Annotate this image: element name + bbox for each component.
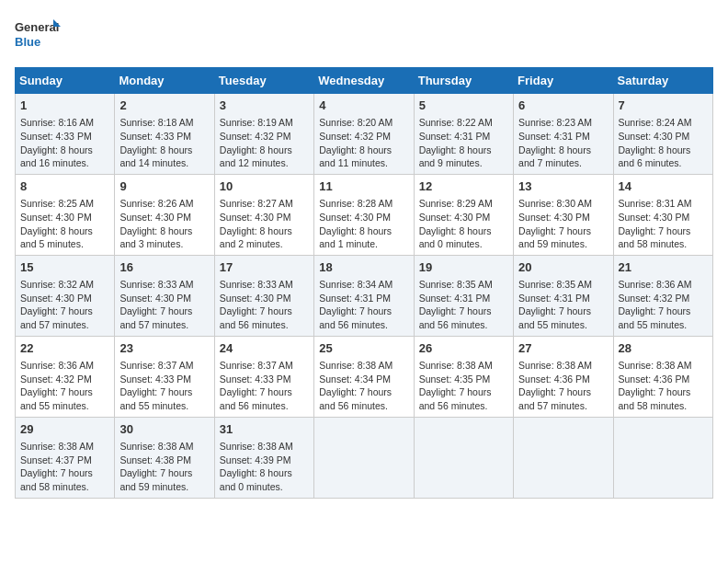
day-number: 16 [119,259,209,276]
calendar-cell: 9Sunrise: 8:26 AMSunset: 4:30 PMDaylight… [115,174,214,255]
svg-text:Blue: Blue [15,35,40,49]
header-row: SundayMondayTuesdayWednesdayThursdayFrid… [16,68,713,94]
sunset-info: Sunset: 4:31 PM [419,131,491,142]
calendar-cell: 27Sunrise: 8:38 AMSunset: 4:36 PMDayligh… [514,336,613,417]
calendar-cell: 3Sunrise: 8:19 AMSunset: 4:32 PMDaylight… [214,94,313,175]
sunrise-info: Sunrise: 8:25 AM [20,198,94,209]
calendar-cell: 17Sunrise: 8:33 AMSunset: 4:30 PMDayligh… [214,255,313,336]
sunset-info: Sunset: 4:36 PM [619,373,690,385]
day-number: 8 [20,178,109,195]
sunrise-info: Sunrise: 8:36 AM [20,360,94,371]
day-number: 7 [619,98,708,114]
sunset-info: Sunset: 4:32 PM [20,373,92,385]
calendar-cell: 7Sunrise: 8:24 AMSunset: 4:30 PMDaylight… [613,94,712,175]
day-number: 9 [119,178,209,195]
calendar-cell: 28Sunrise: 8:38 AMSunset: 4:36 PMDayligh… [613,336,712,417]
day-number: 28 [619,340,708,357]
sunset-info: Sunset: 4:30 PM [119,212,191,223]
daylight-info: Daylight: 8 hours and 0 minutes. [220,467,292,492]
sunrise-info: Sunrise: 8:33 AM [220,279,293,290]
day-number: 27 [518,340,608,357]
daylight-info: Daylight: 7 hours and 58 minutes. [619,225,691,250]
sunrise-info: Sunrise: 8:38 AM [419,360,493,371]
day-number: 6 [518,98,608,114]
daylight-info: Daylight: 8 hours and 7 minutes. [518,144,591,169]
sunset-info: Sunset: 4:35 PM [419,373,491,385]
day-number: 21 [619,259,708,276]
daylight-info: Daylight: 8 hours and 5 minutes. [20,225,93,250]
daylight-info: Daylight: 7 hours and 55 minutes. [619,305,691,330]
daylight-info: Daylight: 7 hours and 55 minutes. [20,386,93,411]
calendar-cell: 19Sunrise: 8:35 AMSunset: 4:31 PMDayligh… [414,255,513,336]
calendar-cell [613,417,712,498]
day-number: 23 [119,340,209,357]
daylight-info: Daylight: 7 hours and 58 minutes. [20,467,93,492]
sunrise-info: Sunrise: 8:37 AM [220,360,293,371]
week-row-4: 22Sunrise: 8:36 AMSunset: 4:32 PMDayligh… [16,336,713,417]
calendar-cell: 25Sunrise: 8:38 AMSunset: 4:34 PMDayligh… [314,336,414,417]
svg-text:General: General [15,20,59,34]
calendar-cell: 12Sunrise: 8:29 AMSunset: 4:30 PMDayligh… [414,174,513,255]
sunset-info: Sunset: 4:30 PM [619,212,690,223]
col-header-thursday: Thursday [414,68,513,94]
sunset-info: Sunset: 4:31 PM [419,293,491,304]
col-header-monday: Monday [115,68,214,94]
calendar-cell: 6Sunrise: 8:23 AMSunset: 4:31 PMDaylight… [514,94,613,175]
calendar-cell: 24Sunrise: 8:37 AMSunset: 4:33 PMDayligh… [214,336,313,417]
daylight-info: Daylight: 7 hours and 55 minutes. [518,305,591,330]
calendar-cell: 26Sunrise: 8:38 AMSunset: 4:35 PMDayligh… [414,336,513,417]
sunset-info: Sunset: 4:37 PM [20,454,92,465]
logo: General Blue [15,15,61,56]
daylight-info: Daylight: 7 hours and 56 minutes. [220,386,292,411]
day-number: 17 [220,259,309,276]
calendar-cell: 5Sunrise: 8:22 AMSunset: 4:31 PMDaylight… [414,94,513,175]
calendar-cell: 22Sunrise: 8:36 AMSunset: 4:32 PMDayligh… [16,336,115,417]
day-number: 12 [419,178,508,195]
calendar-cell [514,417,613,498]
day-number: 26 [419,340,508,357]
daylight-info: Daylight: 8 hours and 12 minutes. [220,144,292,169]
calendar-cell: 1Sunrise: 8:16 AMSunset: 4:33 PMDaylight… [16,94,115,175]
sunrise-info: Sunrise: 8:22 AM [419,117,493,128]
sunrise-info: Sunrise: 8:30 AM [518,198,592,209]
daylight-info: Daylight: 8 hours and 9 minutes. [419,144,492,169]
daylight-info: Daylight: 7 hours and 57 minutes. [20,305,93,330]
calendar-cell [314,417,414,498]
sunrise-info: Sunrise: 8:38 AM [119,441,193,452]
sunset-info: Sunset: 4:30 PM [220,293,291,304]
daylight-info: Daylight: 8 hours and 11 minutes. [319,144,392,169]
calendar-cell: 30Sunrise: 8:38 AMSunset: 4:38 PMDayligh… [115,417,214,498]
sunrise-info: Sunrise: 8:35 AM [419,279,493,290]
sunset-info: Sunset: 4:39 PM [220,454,291,465]
week-row-1: 1Sunrise: 8:16 AMSunset: 4:33 PMDaylight… [16,94,713,175]
day-number: 18 [319,259,408,276]
daylight-info: Daylight: 8 hours and 2 minutes. [220,225,292,250]
sunset-info: Sunset: 4:30 PM [518,212,590,223]
sunrise-info: Sunrise: 8:32 AM [20,279,94,290]
sunset-info: Sunset: 4:30 PM [20,293,92,304]
sunrise-info: Sunrise: 8:29 AM [419,198,493,209]
calendar-cell: 13Sunrise: 8:30 AMSunset: 4:30 PMDayligh… [514,174,613,255]
sunrise-info: Sunrise: 8:19 AM [220,117,293,128]
sunset-info: Sunset: 4:30 PM [319,212,391,223]
sunrise-info: Sunrise: 8:36 AM [619,279,692,290]
sunrise-info: Sunrise: 8:27 AM [220,198,293,209]
week-row-5: 29Sunrise: 8:38 AMSunset: 4:37 PMDayligh… [16,417,713,498]
sunset-info: Sunset: 4:31 PM [319,293,391,304]
sunrise-info: Sunrise: 8:38 AM [220,441,293,452]
sunset-info: Sunset: 4:31 PM [518,131,590,142]
daylight-info: Daylight: 8 hours and 1 minute. [319,225,392,250]
daylight-info: Daylight: 7 hours and 56 minutes. [419,305,492,330]
logo-svg: General Blue [15,15,61,56]
col-header-tuesday: Tuesday [214,68,313,94]
daylight-info: Daylight: 8 hours and 3 minutes. [119,225,192,250]
daylight-info: Daylight: 8 hours and 16 minutes. [20,144,93,169]
day-number: 20 [518,259,608,276]
sunrise-info: Sunrise: 8:38 AM [20,441,94,452]
calendar-table: SundayMondayTuesdayWednesdayThursdayFrid… [15,67,713,499]
sunrise-info: Sunrise: 8:37 AM [119,360,193,371]
sunrise-info: Sunrise: 8:38 AM [619,360,692,371]
sunset-info: Sunset: 4:33 PM [220,373,291,385]
calendar-cell: 21Sunrise: 8:36 AMSunset: 4:32 PMDayligh… [613,255,712,336]
daylight-info: Daylight: 7 hours and 59 minutes. [518,225,591,250]
